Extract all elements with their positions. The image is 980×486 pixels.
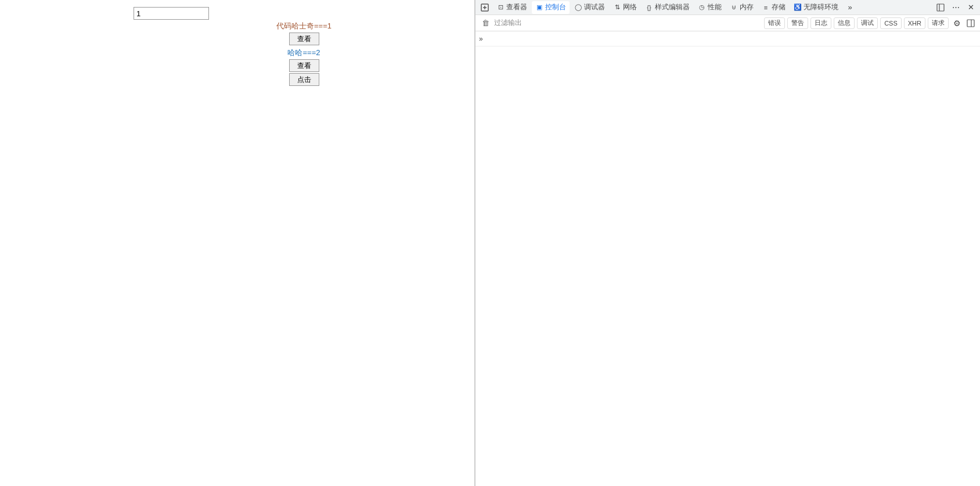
view-button-2[interactable]: 查看 [289,59,319,72]
close-x-icon: ✕ [968,3,974,12]
tab-memory-label: 内存 [740,2,754,12]
inspect-icon[interactable] [478,1,492,14]
console-output-area [475,46,980,486]
svg-rect-1 [937,4,944,11]
style-editor-icon: {} [645,3,653,12]
tab-storage[interactable]: ≡ 存储 [758,1,789,14]
devtools-filter-bar: 🗑 过滤输出 错误 警告 日志 信息 调试 CSS XHR 请求 ⚙ [475,15,980,31]
devtools-panel: ⊡ 查看器 ▣ 控制台 ◯ 调试器 ⇅ 网络 {} 样式编辑器 ◷ 性能 ⊍ 内… [475,0,980,486]
tab-storage-label: 存储 [772,2,786,12]
tab-network[interactable]: ⇅ 网络 [610,1,640,14]
toolbar-right: ⋯ ✕ [934,1,978,14]
debug-filter-btn[interactable]: 调试 [857,17,878,29]
requests-filter-btn[interactable]: 请求 [928,17,949,29]
errors-filter-btn[interactable]: 错误 [764,17,785,29]
expand-chevron[interactable]: » [479,35,483,43]
filter-output-text: 过滤输出 [494,18,522,28]
tab-memory[interactable]: ⊍ 内存 [726,1,757,14]
logs-filter-btn[interactable]: 日志 [810,17,831,29]
ellipsis-icon: ⋯ [952,3,960,12]
number-input[interactable] [134,7,209,20]
accessibility-icon: ♿ [794,3,802,12]
settings-icon[interactable]: ⚙ [951,17,963,29]
console-expand-bar: » [475,31,980,46]
svg-rect-3 [967,20,974,27]
clear-console-icon[interactable]: 🗑 [479,17,492,30]
inspector-icon: ⊡ [496,3,505,12]
click-button[interactable]: 点击 [289,73,319,86]
warnings-filter-btn[interactable]: 警告 [787,17,808,29]
network-icon: ⇅ [613,3,621,12]
css-filter-btn[interactable]: CSS [880,17,902,29]
devtools-toolbar: ⊡ 查看器 ▣ 控制台 ◯ 调试器 ⇅ 网络 {} 样式编辑器 ◷ 性能 ⊍ 内… [475,0,980,15]
tab-inspector-label: 查看器 [506,2,527,12]
tab-console-label: 控制台 [545,2,566,12]
sidebar-toggle-icon[interactable] [965,17,977,29]
tab-style-editor[interactable]: {} 样式编辑器 [642,1,693,14]
info-filter-btn[interactable]: 信息 [834,17,855,29]
text-line-1: 代码哈士奇===1 [134,21,474,31]
dock-left-icon[interactable] [934,1,947,14]
tab-console[interactable]: ▣ 控制台 [532,1,570,14]
xhr-filter-btn[interactable]: XHR [904,17,925,29]
text-line-2: 哈哈===2 [134,48,474,58]
storage-icon: ≡ [762,3,770,12]
tab-accessibility-label: 无障碍环境 [804,2,838,12]
performance-icon: ◷ [698,3,706,12]
content-inner: 代码哈士奇===1 查看 哈哈===2 查看 点击 [0,5,474,86]
tab-style-editor-label: 样式编辑器 [655,2,690,12]
debugger-icon: ◯ [574,3,582,12]
tab-debugger[interactable]: ◯ 调试器 [571,1,608,14]
view-button-1[interactable]: 查看 [289,33,319,45]
memory-icon: ⊍ [730,3,738,12]
filter-buttons: 错误 警告 日志 信息 调试 CSS XHR 请求 ⚙ [764,17,977,29]
more-options-icon[interactable]: ⋯ [949,1,963,14]
close-devtools-icon[interactable]: ✕ [964,1,978,14]
more-tabs-icon[interactable]: » [843,1,857,14]
tab-performance[interactable]: ◷ 性能 [694,1,725,14]
console-icon: ▣ [535,3,543,12]
browser-content: 代码哈士奇===1 查看 哈哈===2 查看 点击 [0,0,475,486]
tab-network-label: 网络 [623,2,637,12]
more-chevron: » [848,3,852,12]
tab-inspector[interactable]: ⊡ 查看器 [493,1,531,14]
tab-performance-label: 性能 [708,2,722,12]
tab-accessibility[interactable]: ♿ 无障碍环境 [790,1,842,14]
tab-debugger-label: 调试器 [584,2,605,12]
